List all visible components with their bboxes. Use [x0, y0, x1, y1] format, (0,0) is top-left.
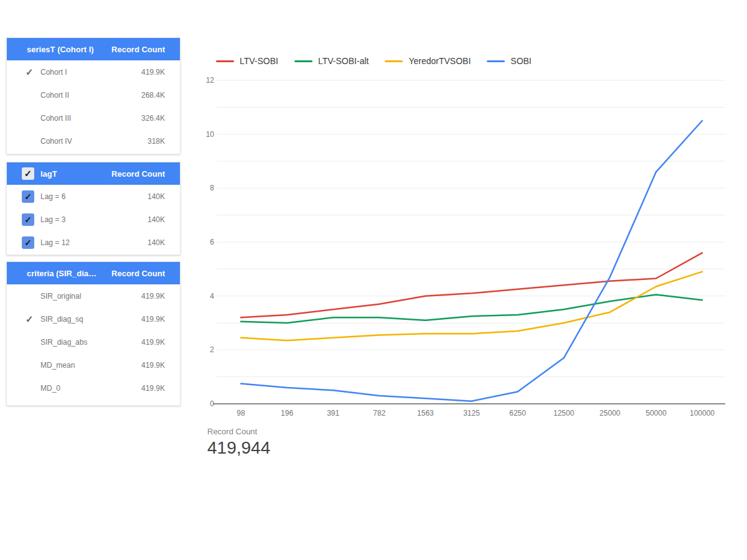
legend-line-swatch: [385, 60, 403, 62]
filter-row[interactable]: ✓ Lag = 6 140K: [7, 185, 180, 208]
legend-item-yeredortvsobi[interactable]: YeredorTVSOBI: [385, 56, 471, 66]
line-chart[interactable]: 0246810129819639178215633125625012500250…: [205, 75, 735, 426]
panel-count-header: Record Count: [111, 45, 165, 54]
filter-row-value: 419.9K: [141, 292, 165, 301]
panel-title: criteria (SIR_dia…: [27, 269, 96, 278]
filter-row-label: MD_mean: [40, 361, 75, 370]
filter-row-label: SIR_original: [40, 292, 81, 301]
svg-text:8: 8: [210, 184, 214, 192]
filter-row[interactable]: ✓ Lag = 12 140K: [7, 231, 180, 254]
panel-count-header: Record Count: [111, 269, 165, 278]
chart-legend: LTV-SOBI LTV-SOBI-alt YeredorTVSOBI SOBI: [216, 55, 532, 67]
legend-item-sobi[interactable]: SOBI: [487, 56, 531, 66]
filter-row-label: Cohort I: [40, 68, 67, 77]
filter-row-label: MD_0: [40, 384, 60, 393]
svg-text:12500: 12500: [553, 409, 575, 418]
svg-text:2: 2: [210, 345, 214, 354]
svg-text:25000: 25000: [599, 409, 621, 418]
select-all-checkbox[interactable]: ✓: [22, 167, 34, 180]
legend-item-ltv-sobi-alt[interactable]: LTV-SOBI-alt: [294, 56, 369, 66]
filter-row-label: SIR_diag_sq: [40, 315, 83, 324]
svg-text:12: 12: [206, 76, 215, 85]
filter-row[interactable]: ✓ Cohort IV 318K: [7, 129, 180, 152]
legend-line-swatch: [216, 60, 234, 62]
svg-text:50000: 50000: [646, 409, 667, 418]
filter-row-value: 326.4K: [141, 114, 165, 123]
filter-row-value: 140K: [148, 192, 165, 201]
svg-text:0: 0: [210, 399, 214, 408]
checkmark-icon: ✓: [26, 67, 34, 78]
filter-row[interactable]: ✓ Lag = 3 140K: [7, 208, 180, 231]
filter-panel-header[interactable]: ✓ lagT Record Count: [7, 162, 180, 185]
filter-panel-header[interactable]: criteria (SIR_dia… Record Count: [7, 262, 180, 284]
legend-line-swatch: [487, 60, 505, 62]
scorecard-label: Record Count: [207, 427, 270, 436]
filter-row-value: 268.4K: [141, 91, 165, 100]
checkbox-icon[interactable]: ✓: [22, 213, 34, 226]
svg-text:6: 6: [210, 238, 214, 246]
filter-row[interactable]: ✓ MD_mean 419.9K: [7, 353, 180, 376]
filter-row-label: Cohort II: [40, 91, 69, 100]
svg-text:10: 10: [206, 130, 215, 139]
filter-panel-criteria: criteria (SIR_dia… Record Count ✓ SIR_or…: [6, 261, 181, 406]
filter-row[interactable]: ✓ Cohort III 326.4K: [7, 106, 180, 129]
legend-label: LTV-SOBI: [240, 56, 278, 66]
filter-row[interactable]: ✓ SIR_diag_abs 419.9K: [7, 330, 180, 353]
filter-row-label: SIR_diag_abs: [40, 338, 87, 347]
filter-row-label: Cohort III: [40, 114, 71, 123]
legend-label: YeredorTVSOBI: [408, 56, 471, 66]
filter-row-value: 419.9K: [141, 361, 165, 370]
filter-row-value: 419.9K: [141, 68, 165, 77]
filter-row-label: Lag = 3: [40, 215, 65, 224]
svg-text:98: 98: [237, 409, 245, 418]
filter-row-label: Cohort IV: [40, 137, 72, 146]
filter-row[interactable]: ✓ SIR_diag_sq 419.9K: [7, 307, 180, 330]
filter-row-value: 419.9K: [141, 315, 165, 324]
filter-row-label: Lag = 12: [40, 238, 70, 247]
svg-text:3125: 3125: [463, 409, 480, 418]
panel-count-header: Record Count: [111, 169, 165, 179]
filter-row[interactable]: ✓ SIR_original 419.9K: [7, 284, 180, 307]
svg-text:4: 4: [210, 292, 214, 301]
svg-text:100000: 100000: [690, 409, 715, 418]
filter-row[interactable]: ✓ Cohort I 419.9K: [7, 60, 180, 83]
panel-title: seriesT (Cohort I): [27, 45, 94, 54]
svg-text:782: 782: [373, 409, 385, 418]
scorecard: Record Count 419,944: [207, 427, 270, 458]
legend-item-ltv-sobi[interactable]: LTV-SOBI: [216, 56, 278, 66]
filter-row-value: 318K: [148, 137, 165, 146]
checkbox-icon[interactable]: ✓: [22, 236, 34, 249]
filter-row-value: 140K: [148, 215, 165, 224]
filter-panel-lagt: ✓ lagT Record Count ✓ Lag = 6 140K ✓ Lag…: [6, 162, 181, 255]
filter-row-value: 140K: [148, 238, 165, 247]
legend-line-swatch: [294, 60, 312, 62]
legend-label: LTV-SOBI-alt: [318, 56, 369, 66]
checkbox-icon[interactable]: ✓: [22, 190, 34, 203]
svg-text:1563: 1563: [417, 409, 434, 418]
filter-panel-header[interactable]: seriesT (Cohort I) Record Count: [7, 38, 180, 60]
filter-row[interactable]: ✓ MD_0 419.9K: [7, 376, 180, 399]
filter-panel-seriest: seriesT (Cohort I) Record Count ✓ Cohort…: [6, 37, 181, 154]
filter-row-value: 419.9K: [141, 338, 165, 347]
scorecard-value: 419,944: [207, 438, 270, 458]
svg-text:391: 391: [327, 409, 339, 418]
legend-label: SOBI: [510, 56, 531, 66]
svg-text:196: 196: [281, 409, 293, 418]
panel-title: lagT: [40, 169, 57, 179]
filter-row-label: Lag = 6: [40, 192, 65, 201]
filter-row-value: 419.9K: [141, 384, 165, 393]
checkmark-icon: ✓: [26, 314, 34, 325]
svg-text:6250: 6250: [509, 409, 526, 418]
filter-row[interactable]: ✓ Cohort II 268.4K: [7, 83, 180, 106]
